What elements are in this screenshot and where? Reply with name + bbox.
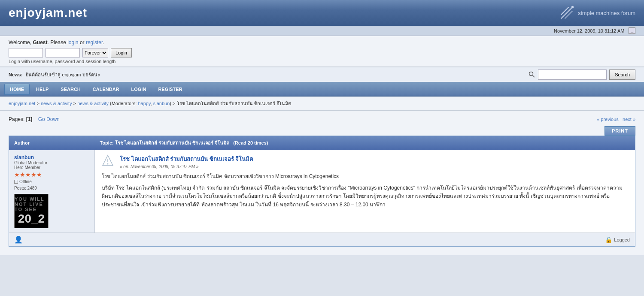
avatar-year: 20_2 xyxy=(18,212,45,226)
svg-point-8 xyxy=(107,163,109,165)
next-link[interactable]: next » xyxy=(623,117,635,122)
login-button[interactable]: Login xyxy=(111,48,132,57)
topic-header-title: โรช ไดแอกโนสดิกส์ ร่วมกับสถานบัน ซิกเนเจ… xyxy=(115,140,229,145)
table-row: sianbun Global Moderator Hero Member ★★★… xyxy=(9,150,635,233)
author-role2: Hero Member xyxy=(14,165,89,170)
post-body-para: บริษัท โรช ไดแอกโนสดิกส์ (ประเทศไทย) จำก… xyxy=(102,184,628,209)
prev-link[interactable]: « previous xyxy=(597,117,619,122)
author-header-label: Author xyxy=(14,140,30,145)
minimize-button[interactable]: _ xyxy=(629,27,635,34)
author-cell: sianbun Global Moderator Hero Member ★★★… xyxy=(9,150,95,233)
smf-logo: simple machines forum xyxy=(559,5,635,21)
newsbar: News: ยินดีต้อนรับเข้าสู่ enjoyjam บอร์ด… xyxy=(0,67,644,83)
logged-label: Logged xyxy=(614,237,630,242)
site-header: enjoyjam.net simple machines forum xyxy=(0,0,644,26)
svg-line-1 xyxy=(561,7,569,15)
pages-row: Pages: [1] Go Down « previous next » xyxy=(9,114,635,124)
nav-item-calendar[interactable]: CALENDAR xyxy=(87,84,125,95)
search-input[interactable] xyxy=(538,69,607,80)
profile-icon[interactable]: 👤 xyxy=(14,236,23,244)
nav-item-home[interactable]: HOME xyxy=(4,84,30,95)
nav-item-login[interactable]: LOGIN xyxy=(126,84,152,95)
table-header-row: Author Topic: โรช ไดแอกโนสดิกส์ ร่วมกับส… xyxy=(9,136,635,150)
breadcrumb-news2[interactable]: news & activity xyxy=(77,101,109,106)
search-icon xyxy=(529,71,535,78)
search-area: Search xyxy=(529,69,635,80)
datetime: November 12, 2009, 10:31:12 AM xyxy=(554,28,625,33)
moderator-happy[interactable]: happy xyxy=(138,101,150,106)
post-type-icon xyxy=(102,154,114,166)
author-avatar: YOU WILL NOT LIVE TO SEE 20_2 xyxy=(14,194,89,228)
session-note: Login with username, password and sessio… xyxy=(9,59,635,64)
password-input[interactable] xyxy=(46,48,80,57)
smf-icon xyxy=(559,5,574,21)
moderator-sianbun[interactable]: sianbun xyxy=(153,101,170,106)
news-text: ยินดีต้อนรับเข้าสู่ enjoyjam บอร์ดนะ xyxy=(26,71,100,79)
username-input[interactable] xyxy=(9,48,43,57)
post-bottom-row: 👤 🔒 Logged xyxy=(9,233,635,247)
breadcrumb-topic: โรช ไดแอกโนสดิกส์ ร่วมกับสถานบัน ซิกเนเจ… xyxy=(177,101,291,106)
svg-point-4 xyxy=(529,72,533,76)
post-body-line1: โรช ไดแอกโนสดิกส์ ร่วมกับสถานบัน ซิกเนเจ… xyxy=(102,172,628,181)
welcome-end: . xyxy=(103,39,104,45)
news-label: News: xyxy=(9,72,22,77)
svg-line-2 xyxy=(565,11,573,19)
post-title-link[interactable]: โรช ไดแอกโนสดิกส์ ร่วมกับสถานบัน ซิกเนเจ… xyxy=(120,156,253,162)
session-select[interactable]: Forever1 Hour1 Day1 Week xyxy=(82,48,108,57)
breadcrumb-news1[interactable]: news & activity xyxy=(41,101,72,106)
pages-left: Pages: [1] Go Down xyxy=(9,116,60,122)
post-bottom-cell: 👤 🔒 Logged xyxy=(9,233,635,247)
go-down-link[interactable]: Go Down xyxy=(38,116,60,122)
welcome-or: or xyxy=(79,39,86,45)
pages-right: « previous next » xyxy=(597,117,635,122)
content-area: Pages: [1] Go Down « previous next » PRI… xyxy=(0,111,644,255)
pages-current: [1] xyxy=(26,116,33,122)
navbar: HOME HELP SEARCH CALENDAR LOGIN REGISTER xyxy=(0,83,644,97)
pages-label: Pages: xyxy=(9,116,24,122)
nav-item-help[interactable]: HELP xyxy=(30,84,54,95)
register-link[interactable]: register xyxy=(86,39,103,45)
print-button[interactable]: PRINT xyxy=(605,126,635,136)
welcome-middle: . Please xyxy=(47,39,67,45)
content-cell: โรช ไดแอกโนสดิกส์ ร่วมกับสถานบัน ซิกเนเจ… xyxy=(95,150,635,233)
breadcrumb-moderators: (Moderators: happy, sianbun) xyxy=(110,101,171,106)
news-left: News: ยินดีต้อนรับเข้าสู่ enjoyjam บอร์ด… xyxy=(9,71,100,79)
print-bar: PRINT xyxy=(9,126,635,136)
author-name[interactable]: sianbun xyxy=(14,154,89,160)
topic-table: Author Topic: โรช ไดแอกโนสดิกส์ ร่วมกับส… xyxy=(9,136,635,247)
bottom-row: 👤 🔒 Logged xyxy=(9,233,635,246)
breadcrumb-home[interactable]: enjoyjam.net xyxy=(9,101,35,106)
svg-point-3 xyxy=(571,6,574,8)
author-stars: ★★★★★ xyxy=(14,171,89,178)
author-posts: Posts: 2489 xyxy=(14,186,89,190)
topic-col-header: Topic: โรช ไดแอกโนสดิกส์ ร่วมกับสถานบัน … xyxy=(95,136,635,150)
welcome-text: Welcome, Guest. Please login or register… xyxy=(9,39,635,45)
post-title-text: โรช ไดแอกโนสดิกส์ ร่วมกับสถานบัน ซิกเนเจ… xyxy=(120,154,253,169)
topic-header-label: Topic: xyxy=(100,140,114,145)
read-info: (Read 20 times) xyxy=(233,140,268,145)
welcome-bar: Welcome, Guest. Please login or register… xyxy=(0,36,644,67)
nav-item-register[interactable]: REGISTER xyxy=(152,84,188,95)
svg-line-5 xyxy=(533,76,535,78)
post-body: โรช ไดแอกโนสดิกส์ ร่วมกับสถานบัน ซิกเนเจ… xyxy=(102,172,628,209)
login-form: Forever1 Hour1 Day1 Week Login xyxy=(9,48,635,57)
smf-label: simple machines forum xyxy=(578,10,635,16)
post-title-row: โรช ไดแอกโนสดิกส์ ร่วมกับสถานบัน ซิกเนเจ… xyxy=(102,154,628,169)
author-col-header: Author xyxy=(9,136,95,150)
breadcrumb: enjoyjam.net > news & activity > news & … xyxy=(0,97,644,111)
search-button[interactable]: Search xyxy=(609,69,635,80)
welcome-user: Guest xyxy=(33,39,47,45)
offline-indicator xyxy=(14,180,18,184)
logged-icon: 🔒 xyxy=(605,236,612,243)
avatar-image: YOU WILL NOT LIVE TO SEE 20_2 xyxy=(14,194,49,228)
author-role1: Global Moderator xyxy=(14,160,89,165)
topbar: November 12, 2009, 10:31:12 AM _ xyxy=(0,26,644,36)
post-date: « on: November 09, 2009, 05:37:47 PM » xyxy=(120,164,253,169)
login-link[interactable]: login xyxy=(67,39,78,45)
logged-status: 🔒 Logged xyxy=(605,236,630,243)
site-title: enjoyjam.net xyxy=(9,6,87,20)
nav-item-search[interactable]: SEARCH xyxy=(55,84,86,95)
post-icon xyxy=(102,154,115,167)
author-status: Offline xyxy=(14,179,89,184)
welcome-before: Welcome, xyxy=(9,39,33,45)
